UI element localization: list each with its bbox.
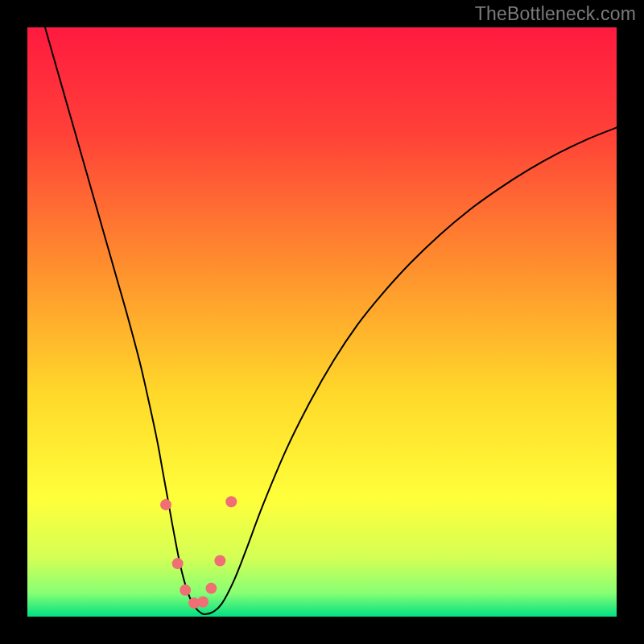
watermark-text: TheBottleneck.com — [475, 3, 636, 25]
chart-frame: TheBottleneck.com — [0, 0, 644, 644]
chart-plot-area — [27, 27, 617, 617]
highlight-marker — [205, 583, 217, 594]
highlight-marker — [160, 499, 171, 510]
chart-background — [27, 27, 617, 617]
highlight-marker — [197, 597, 208, 608]
highlight-marker — [180, 584, 191, 596]
highlight-marker — [172, 558, 184, 569]
highlight-marker — [225, 496, 237, 507]
highlight-marker — [214, 555, 225, 566]
chart-svg — [27, 27, 617, 617]
